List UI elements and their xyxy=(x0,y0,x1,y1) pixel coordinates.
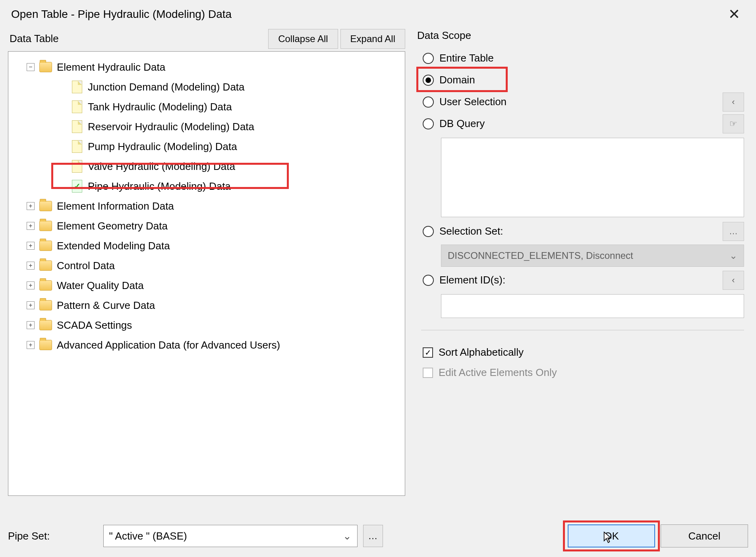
tree-node-control-data[interactable]: Control Data xyxy=(12,256,402,276)
radio-icon[interactable] xyxy=(423,275,434,286)
checkbox-label: Edit Active Elements Only xyxy=(439,366,557,379)
folder-icon xyxy=(39,300,52,310)
radio-label: DB Query xyxy=(439,118,485,130)
folder-icon xyxy=(39,221,52,231)
tree-leaf-pipe-hydraulic[interactable]: Pipe Hydraulic (Modeling) Data xyxy=(12,176,402,196)
tree-label: Reservoir Hydraulic (Modeling) Data xyxy=(88,121,254,133)
data-scope-title: Data Scope xyxy=(417,29,748,42)
tree-label: Element Geometry Data xyxy=(57,220,168,232)
tree-node-advanced[interactable]: Advanced Application Data (for Advanced … xyxy=(12,335,402,355)
radio-label: Entire Table xyxy=(439,52,494,64)
pipe-set-dropdown[interactable]: " Active " (BASE) ⌄ xyxy=(103,525,358,547)
file-checked-icon xyxy=(72,180,82,193)
radio-db-query[interactable]: DB Query ☞ xyxy=(417,113,748,135)
checkbox-icon[interactable] xyxy=(423,368,433,378)
radio-user-selection[interactable]: User Selection ‹ xyxy=(417,91,748,113)
tree-leaf-junction-demand[interactable]: Junction Demand (Modeling) Data xyxy=(12,77,402,97)
pointer-icon[interactable]: ☞ xyxy=(723,114,744,133)
expand-icon[interactable] xyxy=(27,301,35,309)
tree-label: Control Data xyxy=(57,260,115,272)
expand-icon[interactable] xyxy=(27,202,35,210)
tree-node-water-quality[interactable]: Water Quality Data xyxy=(12,276,402,295)
checkbox-sort-alpha[interactable]: Sort Alphabetically xyxy=(417,342,748,362)
tree-label: Element Hydraulic Data xyxy=(57,61,165,73)
tree-node-scada[interactable]: SCADA Settings xyxy=(12,315,402,335)
open-table-dialog: Open Table - Pipe Hydraulic (Modeling) D… xyxy=(0,0,756,557)
folder-icon xyxy=(39,340,52,350)
radio-label: Element ID(s): xyxy=(439,274,505,286)
tree-label: Valve Hydraulic (Modeling) Data xyxy=(88,160,235,173)
folder-icon xyxy=(39,320,52,330)
left-panel: Data Table Collapse All Expand All Eleme… xyxy=(8,29,405,496)
data-table-tree[interactable]: Element Hydraulic Data Junction Demand (… xyxy=(8,51,405,496)
folder-icon xyxy=(39,201,52,211)
tree-label: Water Quality Data xyxy=(57,279,144,292)
pipe-set-label: Pipe Set: xyxy=(8,530,50,542)
checkbox-icon[interactable] xyxy=(423,347,433,358)
tree-node-element-geometry[interactable]: Element Geometry Data xyxy=(12,216,402,236)
tree-node-element-hydraulic[interactable]: Element Hydraulic Data xyxy=(12,57,402,77)
radio-entire-table[interactable]: Entire Table xyxy=(417,47,748,69)
chevron-down-icon: ⌄ xyxy=(729,250,737,261)
radio-icon[interactable] xyxy=(423,53,434,64)
data-table-label: Data Table xyxy=(8,29,266,49)
radio-icon[interactable] xyxy=(423,118,434,129)
chevron-down-icon: ⌄ xyxy=(343,530,352,542)
ok-label: OK xyxy=(604,530,619,542)
tree-label: Pipe Hydraulic (Modeling) Data xyxy=(88,180,231,193)
db-query-textbox[interactable] xyxy=(441,138,744,217)
tree-node-element-information[interactable]: Element Information Data xyxy=(12,196,402,216)
radio-domain[interactable]: Domain xyxy=(417,69,748,91)
radio-element-ids[interactable]: Element ID(s): ‹ xyxy=(417,269,748,291)
ok-button[interactable]: OK xyxy=(568,524,655,547)
back-icon[interactable]: ‹ xyxy=(723,93,744,112)
radio-label: Domain xyxy=(439,74,475,86)
folder-icon xyxy=(39,260,52,271)
expand-icon[interactable] xyxy=(27,321,35,329)
radio-icon[interactable] xyxy=(423,75,434,86)
tree-node-pattern-curve[interactable]: Pattern & Curve Data xyxy=(12,295,402,315)
selection-set-dropdown[interactable]: DISCONNECTED_ELEMENTS, Disconnect ⌄ xyxy=(441,245,744,267)
expand-all-button[interactable]: Expand All xyxy=(340,29,405,49)
radio-icon[interactable] xyxy=(423,226,434,237)
pipe-set-value: " Active " (BASE) xyxy=(109,530,187,542)
tree-node-extended-modeling[interactable]: Extended Modeling Data xyxy=(12,236,402,256)
file-icon xyxy=(72,81,82,93)
radio-selection-set[interactable]: Selection Set: … xyxy=(417,220,748,242)
tree-leaf-reservoir-hydraulic[interactable]: Reservoir Hydraulic (Modeling) Data xyxy=(12,117,402,137)
folder-icon xyxy=(39,62,52,72)
tree-leaf-pump-hydraulic[interactable]: Pump Hydraulic (Modeling) Data xyxy=(12,137,402,156)
tree-label: SCADA Settings xyxy=(57,319,132,332)
pipe-set-more-button[interactable]: … xyxy=(363,525,383,547)
radio-icon[interactable] xyxy=(423,96,434,108)
radio-label: Selection Set: xyxy=(439,225,503,237)
expand-icon[interactable] xyxy=(27,222,35,230)
ellipsis-icon[interactable]: … xyxy=(723,222,744,241)
selection-set-value: DISCONNECTED_ELEMENTS, Disconnect xyxy=(448,250,633,261)
file-icon xyxy=(72,120,82,133)
checkbox-edit-active[interactable]: Edit Active Elements Only xyxy=(417,362,748,383)
cancel-button[interactable]: Cancel xyxy=(661,524,748,547)
expand-icon[interactable] xyxy=(27,341,35,349)
tree-label: Extended Modeling Data xyxy=(57,240,170,252)
tree-label: Advanced Application Data (for Advanced … xyxy=(57,339,280,351)
tree-leaf-valve-hydraulic[interactable]: Valve Hydraulic (Modeling) Data xyxy=(12,156,402,176)
tree-label: Tank Hydraulic (Modeling) Data xyxy=(88,101,232,113)
expand-icon[interactable] xyxy=(27,242,35,250)
tree-label: Pump Hydraulic (Modeling) Data xyxy=(88,141,237,153)
folder-icon xyxy=(39,241,52,251)
file-icon xyxy=(72,140,82,153)
back-icon[interactable]: ‹ xyxy=(723,271,744,290)
close-icon[interactable]: ✕ xyxy=(723,7,745,21)
data-scope-panel: Data Scope Entire Table Domain User Sele… xyxy=(417,29,748,496)
separator xyxy=(421,330,744,330)
element-ids-textbox[interactable] xyxy=(441,294,744,318)
expand-icon[interactable] xyxy=(27,262,35,270)
file-icon xyxy=(72,160,82,173)
collapse-all-button[interactable]: Collapse All xyxy=(268,29,338,49)
expand-icon[interactable] xyxy=(27,281,35,289)
tree-leaf-tank-hydraulic[interactable]: Tank Hydraulic (Modeling) Data xyxy=(12,97,402,117)
collapse-icon[interactable] xyxy=(27,63,35,71)
tree-label: Junction Demand (Modeling) Data xyxy=(88,81,245,93)
titlebar: Open Table - Pipe Hydraulic (Modeling) D… xyxy=(0,0,756,29)
